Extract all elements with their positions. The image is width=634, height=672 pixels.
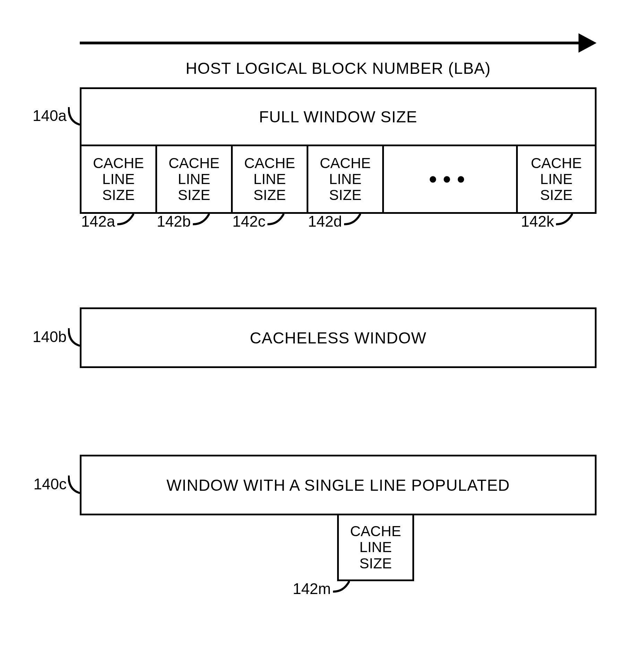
lead-line-icon bbox=[68, 107, 80, 126]
ref-text: 142d bbox=[308, 214, 344, 229]
lead-line-icon bbox=[267, 214, 285, 226]
window-b-row: 140b CACHELESS WINDOW bbox=[45, 307, 600, 368]
lead-line-icon bbox=[556, 214, 573, 226]
cache-cell-b: CACHE LINE SIZE bbox=[157, 146, 233, 212]
lead-line-icon bbox=[117, 214, 135, 226]
window-c-box: WINDOW WITH A SINGLE LINE POPULATED bbox=[80, 455, 597, 515]
cache-label: CACHE LINE SIZE bbox=[350, 523, 401, 571]
cache-label: CACHE LINE SIZE bbox=[320, 155, 371, 203]
ref-142k: 142k bbox=[520, 214, 597, 235]
ref-142m: 142m bbox=[288, 581, 350, 602]
cache-window-diagram: HOST LOGICAL BLOCK NUMBER (LBA) 140a FUL… bbox=[45, 31, 600, 602]
ref-142d: 142d bbox=[307, 214, 382, 235]
window-c-refs: 142m bbox=[80, 581, 597, 602]
ref-text: 140b bbox=[33, 328, 68, 346]
cache-cell-k: CACHE LINE SIZE bbox=[518, 146, 595, 212]
window-c-cache-wrap: CACHE LINE SIZE bbox=[80, 515, 597, 581]
ellipsis-icon: ••• bbox=[384, 146, 518, 212]
cache-cell-c: CACHE LINE SIZE bbox=[233, 146, 308, 212]
window-b-box: CACHELESS WINDOW bbox=[80, 307, 597, 368]
window-a-box: FULL WINDOW SIZE bbox=[80, 87, 597, 146]
cache-cell-m: CACHE LINE SIZE bbox=[337, 515, 414, 581]
window-c-row: 140c WINDOW WITH A SINGLE LINE POPULATED bbox=[45, 455, 600, 515]
window-c-title: WINDOW WITH A SINGLE LINE POPULATED bbox=[166, 476, 510, 495]
window-b-title: CACHELESS WINDOW bbox=[250, 329, 426, 347]
window-a-row: 140a FULL WINDOW SIZE bbox=[45, 87, 600, 146]
ref-text: 140a bbox=[33, 107, 68, 124]
ref-140a: 140a bbox=[33, 107, 80, 126]
cache-label: CACHE LINE SIZE bbox=[169, 155, 220, 203]
ref-spacer bbox=[382, 214, 520, 235]
ellipsis-text: ••• bbox=[429, 166, 471, 192]
ref-142a: 142a bbox=[80, 214, 155, 235]
ref-text: 142a bbox=[81, 214, 117, 229]
lead-line-icon bbox=[333, 581, 350, 594]
ref-text: 140c bbox=[34, 475, 68, 493]
cache-cell-a: CACHE LINE SIZE bbox=[82, 146, 157, 212]
arrow-shaft bbox=[80, 42, 583, 44]
axis-label: HOST LOGICAL BLOCK NUMBER (LBA) bbox=[80, 55, 597, 87]
cache-label: CACHE LINE SIZE bbox=[93, 155, 144, 203]
ref-142b: 142b bbox=[155, 214, 231, 235]
ref-text: 142k bbox=[521, 214, 556, 229]
ref-text: 142c bbox=[232, 214, 267, 229]
cache-label: CACHE LINE SIZE bbox=[531, 155, 582, 203]
lead-line-icon bbox=[344, 214, 361, 226]
ref-140b: 140b bbox=[33, 328, 80, 348]
window-a-refs: 142a 142b 142c 142d 142k bbox=[80, 214, 597, 235]
lead-line-icon bbox=[68, 475, 80, 495]
lead-line-icon bbox=[68, 328, 80, 348]
ref-140c: 140c bbox=[34, 475, 80, 495]
cache-label: CACHE LINE SIZE bbox=[244, 155, 295, 203]
lead-line-icon bbox=[193, 214, 210, 226]
ref-text: 142b bbox=[157, 214, 193, 229]
window-a-title: FULL WINDOW SIZE bbox=[259, 107, 417, 126]
arrow-head-icon bbox=[579, 33, 597, 53]
ref-142c: 142c bbox=[231, 214, 307, 235]
window-a-cache-row: CACHE LINE SIZE CACHE LINE SIZE CACHE LI… bbox=[80, 146, 597, 214]
cache-cell-d: CACHE LINE SIZE bbox=[308, 146, 384, 212]
lba-arrow bbox=[80, 31, 597, 55]
ref-text: 142m bbox=[293, 581, 333, 596]
pad bbox=[80, 515, 337, 581]
